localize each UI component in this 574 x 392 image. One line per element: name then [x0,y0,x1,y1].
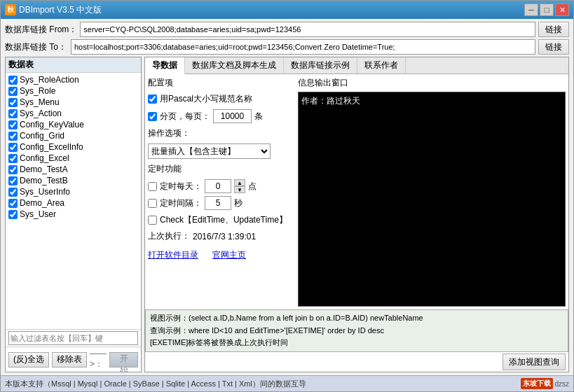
table-checkbox[interactable] [8,98,18,107]
daily-input[interactable] [205,179,231,193]
paging-input[interactable] [213,109,252,123]
tab-3[interactable]: 联系作者 [357,57,406,74]
open-dir-button[interactable]: 打开软件目录 [148,249,198,261]
window-title: DBImport V3.5 中文版 [19,4,524,16]
table-item-label: Demo_TestB [20,176,68,186]
titlebar-buttons: ─ □ ✕ [524,4,569,16]
table-item[interactable]: Demo_Area [7,197,139,209]
table-item-label: Demo_Area [20,198,64,208]
tab-0[interactable]: 导数据 [145,57,185,74]
daily-checkbox[interactable] [148,182,157,191]
table-item-label: Config_KeyValue [20,120,84,130]
daily-spin-down[interactable]: ▼ [234,186,245,193]
daily-row: 定时每天： ▲ ▼ 点 [148,179,295,193]
conn-to-button[interactable]: 链接 [538,39,569,55]
op-select[interactable]: 批量插入【包含主键】 批量插入【不含主键】 逐行插入 逐行更新 [148,144,271,159]
connection-from-row: 数据库链接 From： 链接 [5,22,569,37]
table-checkbox[interactable] [8,132,18,141]
table-item[interactable]: Sys_Action [7,108,139,119]
right-bottom: 添加视图查询 [145,352,568,372]
official-site-button[interactable]: 官网主页 [212,249,246,261]
titlebar: 秋 DBImport V3.5 中文版 ─ □ ✕ [1,1,573,19]
tabs-bar: 导数据数据库文档及脚本生成数据库链接示例联系作者 [145,57,568,74]
schedule-title: 定时功能 [148,163,295,175]
output-box: 作者：路过秋天 [298,92,566,307]
bottom-support-text: 本版本支持（Mssql | Mysql | Oracle | SyBase | … [5,379,521,389]
table-checkbox[interactable] [8,210,18,219]
conn-from-input[interactable] [80,22,535,37]
last-exec-row: 上次执行： 2016/7/3 1:39:01 [148,230,295,242]
pascal-label: 用Pascal大小写规范名称 [160,93,252,105]
interval-input[interactable] [205,196,231,210]
conn-from-button[interactable]: 链接 [538,22,569,37]
table-item-label: Config_ExcelInfo [20,142,83,152]
tab-2[interactable]: 数据库链接示例 [284,57,357,74]
logo-sub: dzsz [554,380,569,388]
bottom-logo: 东坡下载 dzsz [521,378,569,389]
tab-content: 配置项 用Pascal大小写规范名称 分页，每页： 条 操作选项： [145,74,568,309]
last-exec-label: 上次执行： [148,230,190,242]
last-exec-value: 2016/7/3 1:39:01 [193,232,256,241]
interval-checkbox[interactable] [148,199,157,208]
table-item[interactable]: Sys_Role [7,85,139,97]
table-item-label: Sys_RoleAction [20,75,79,85]
table-checkbox[interactable] [8,188,18,197]
table-checkbox[interactable] [8,143,18,152]
tab-1[interactable]: 数据库文档及脚本生成 [185,57,284,74]
interval-label: 定时间隔： [160,197,202,209]
output-text: 作者：路过秋天 [301,96,360,106]
close-button[interactable]: ✕ [555,4,569,16]
check-edit-checkbox[interactable] [148,216,157,225]
table-item-label: Sys_Role [20,86,55,96]
content-area: 数据库链接 From： 链接 数据库链接 To： 链接 数据表 Sys_Role… [1,19,573,375]
pascal-checkbox[interactable] [148,94,157,104]
paging-label: 分页，每页： [160,111,210,122]
table-item[interactable]: Demo_TestA [7,164,139,175]
table-item[interactable]: Sys_Menu [7,97,139,108]
table-checkbox[interactable] [8,109,18,118]
table-item-label: Demo_TestA [20,164,68,174]
table-item[interactable]: Config_Excel [7,153,139,164]
table-item-label: Sys_User [20,209,56,219]
bottom-bar: 本版本支持（Mssql | Mysql | Oracle | SyBase | … [1,375,573,391]
table-item[interactable]: Config_ExcelInfo [7,141,139,153]
table-checkbox[interactable] [8,120,18,130]
add-view-button[interactable]: 添加视图查询 [503,354,566,370]
table-checkbox[interactable] [8,87,18,96]
table-item[interactable]: Sys_RoleAction [7,74,139,85]
table-checkbox[interactable] [8,165,18,174]
interval-unit: 秒 [234,197,242,209]
table-checkbox[interactable] [8,154,18,163]
check-edit-row: Check【EditTime、UpdateTime】 [148,214,295,226]
daily-spin-up[interactable]: ▲ [234,179,245,186]
maximize-button[interactable]: □ [540,4,554,16]
config-panel: 配置项 用Pascal大小写规范名称 分页，每页： 条 操作选项： [148,77,295,307]
left-panel-title: 数据表 [6,57,141,73]
table-item[interactable]: Sys_UserInfo [7,186,139,197]
table-checkbox[interactable] [8,199,18,208]
table-item[interactable]: Sys_User [7,209,139,220]
output-panel: 信息输出窗口 作者：路过秋天 [298,77,566,307]
select-all-button[interactable]: (反)全选 [8,352,49,368]
table-item[interactable]: Config_KeyValue [7,119,139,130]
daily-spinner[interactable]: ▲ ▼ [234,179,245,193]
connection-to-row: 数据库链接 To： 链接 [5,39,569,55]
check-edit-label: Check【EditTime、UpdateTime】 [160,214,287,226]
table-item[interactable]: Demo_TestB [7,175,139,186]
table-item[interactable]: Config_Grid [7,130,139,141]
remove-table-button[interactable]: 移除表 [52,352,87,368]
paging-checkbox[interactable] [148,112,157,121]
table-checkbox[interactable] [8,76,18,85]
start-button[interactable]: 开始导数据 [109,352,138,368]
table-item-label: Config_Excel [20,153,69,163]
bottom-buttons: (反)全选 移除表 ——>： 开始导数据 [6,346,141,372]
minimize-button[interactable]: ─ [524,4,538,16]
conn-to-input[interactable] [71,39,535,55]
app-icon: 秋 [5,4,16,15]
main-area: 数据表 Sys_RoleActionSys_RoleSys_MenuSys_Ac… [5,57,569,372]
output-title: 信息输出窗口 [298,77,566,89]
filter-input[interactable] [8,331,138,345]
right-panel: 导数据数据库文档及脚本生成数据库链接示例联系作者 配置项 用Pascal大小写规… [144,57,569,372]
table-checkbox[interactable] [8,176,18,186]
conn-from-label: 数据库链接 From： [5,24,77,36]
